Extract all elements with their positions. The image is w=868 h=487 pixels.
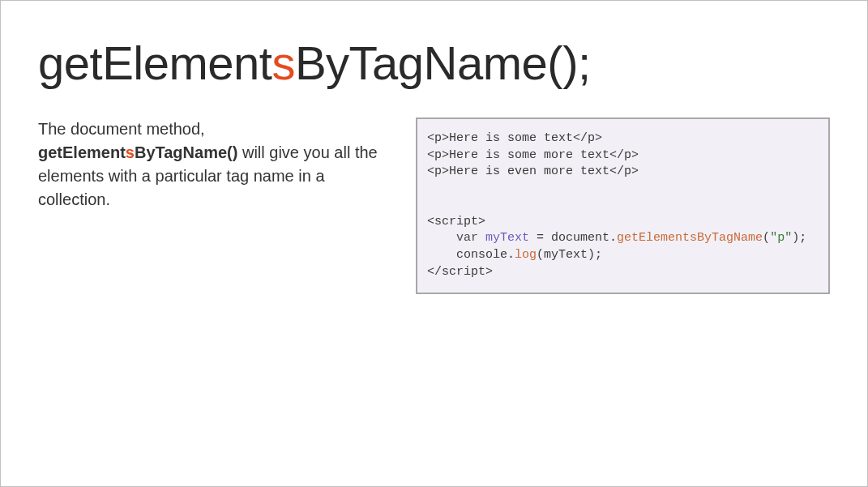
description-text: The document method, getElementsByTagNam… — [38, 117, 387, 211]
code-example: <p>Here is some text</p> <p>Here is some… — [416, 117, 830, 294]
content-row: The document method, getElementsByTagNam… — [38, 117, 830, 294]
page-title: getElementsByTagName(); — [38, 40, 830, 87]
